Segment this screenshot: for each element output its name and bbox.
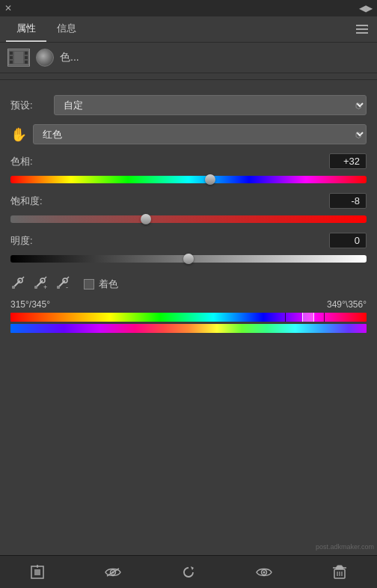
watermark: post.adkmaker.com (316, 543, 374, 551)
svg-rect-8 (25, 52, 28, 55)
svg-line-23 (67, 277, 69, 279)
light-header: 明度: 0 (10, 233, 367, 248)
svg-rect-6 (10, 56, 13, 59)
eye-button[interactable] (250, 563, 278, 581)
visibility-button[interactable] (99, 563, 127, 581)
hue-value[interactable]: +32 (329, 153, 367, 169)
svg-rect-7 (10, 61, 13, 64)
svg-rect-24 (57, 286, 60, 289)
preset-row: 预设: 自定 默认 强饱和度 增加饱和度 (10, 95, 367, 115)
lightness-section: 明度: 0 (10, 233, 367, 265)
light-label: 明度: (10, 234, 33, 248)
svg-rect-27 (34, 569, 40, 575)
channel-select-wrapper: 全图 红色 黄色 绿色 青色 蓝色 洋红 (33, 124, 367, 144)
svg-rect-11 (14, 52, 23, 64)
svg-rect-9 (25, 56, 28, 59)
svg-rect-2 (356, 32, 368, 34)
light-value[interactable]: 0 (329, 233, 367, 248)
panel-header: 色... (0, 43, 377, 73)
eyedropper-subtract-icon[interactable]: - (55, 275, 70, 293)
svg-text:+: + (43, 284, 47, 290)
panel-title: 色... (60, 51, 79, 64)
spectrum-bar-top[interactable] (10, 313, 367, 322)
preset-label: 预设: (10, 99, 48, 112)
spectrum-bar-bottom[interactable] (10, 324, 367, 333)
tab-properties[interactable]: 属性 (6, 16, 46, 42)
close-icon[interactable]: ✕ (4, 3, 12, 13)
colorize-checkbox[interactable] (84, 279, 94, 290)
tabs-container: 属性 信息 (6, 16, 87, 42)
hand-tool-icon[interactable]: ✋ (10, 126, 27, 143)
title-bar: ✕ ◀▶ (0, 0, 377, 16)
light-slider-track[interactable] (10, 253, 367, 265)
svg-line-18 (44, 277, 46, 279)
tools-row: + - 着色 (10, 275, 367, 293)
reset-button[interactable] (175, 562, 202, 583)
saturation-section: 饱和度: -8 (10, 193, 367, 225)
sat-value[interactable]: -8 (329, 193, 367, 209)
svg-text:-: - (66, 284, 68, 290)
range-right-label: 349°\356° (327, 299, 367, 310)
content-area: 预设: 自定 默认 强饱和度 增加饱和度 ✋ 全图 红色 黄色 绿色 青色 蓝色… (0, 86, 377, 342)
panel-menu-icon[interactable] (353, 22, 371, 37)
range-labels: 315°/345° 349°\356° (10, 299, 367, 310)
eyedropper-add-icon[interactable]: + (33, 275, 48, 293)
hue-label: 色相: (10, 155, 33, 168)
preset-select-wrapper: 自定 默认 强饱和度 增加饱和度 (54, 95, 367, 115)
circle-icon (36, 49, 54, 67)
sat-label: 饱和度: (10, 195, 43, 208)
hue-slider-track[interactable] (10, 174, 367, 186)
sat-header: 饱和度: -8 (10, 193, 367, 209)
delete-button[interactable] (326, 562, 353, 583)
tab-info[interactable]: 信息 (46, 16, 87, 42)
range-left-label: 315°/345° (10, 299, 50, 310)
add-layer-button[interactable] (24, 562, 51, 583)
svg-line-14 (22, 277, 24, 279)
svg-point-34 (263, 571, 266, 573)
hue-section: 色相: +32 (10, 153, 367, 186)
svg-marker-32 (191, 566, 194, 570)
color-bar-section (10, 313, 367, 333)
bottom-toolbar (0, 555, 377, 588)
sat-slider-track[interactable] (10, 213, 367, 225)
svg-rect-10 (25, 61, 28, 64)
hue-header: 色相: +32 (10, 153, 367, 169)
svg-rect-15 (12, 286, 15, 289)
svg-rect-5 (10, 52, 13, 55)
panel-arrows-icon[interactable]: ◀▶ (359, 3, 373, 13)
colorize-row: 着色 (84, 278, 118, 291)
colorize-label: 着色 (99, 278, 118, 291)
preset-select[interactable]: 自定 默认 强饱和度 增加饱和度 (54, 95, 367, 115)
channel-row: ✋ 全图 红色 黄色 绿色 青色 蓝色 洋红 (10, 124, 367, 144)
tab-bar: 属性 信息 (0, 16, 377, 43)
svg-rect-1 (356, 28, 368, 30)
channel-select[interactable]: 全图 红色 黄色 绿色 青色 蓝色 洋红 (33, 124, 367, 144)
film-strip-icon (7, 49, 30, 67)
svg-rect-19 (34, 286, 37, 289)
eyedropper-icon[interactable] (10, 275, 25, 293)
